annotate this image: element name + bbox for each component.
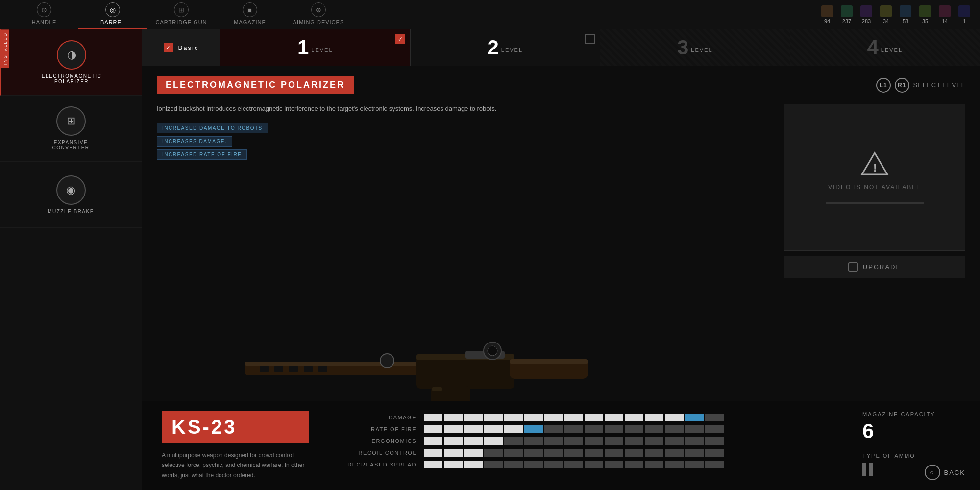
select-level-text: Select Level (913, 81, 965, 89)
svg-rect-12 (510, 359, 588, 364)
level-tab-3[interactable]: 3 Level (600, 29, 790, 66)
stat-segment (705, 461, 724, 468)
stat-segment (685, 461, 704, 468)
resource-6-icon (919, 5, 931, 17)
stat-segment (544, 461, 563, 468)
stat-row-spread: Decreased Spread (338, 461, 833, 468)
upgrade-button[interactable]: Upgrade (784, 256, 965, 278)
stat-segment (544, 414, 563, 421)
stat-segment (564, 461, 583, 468)
stat-segment (685, 425, 704, 433)
panel-header: Electromagnetic Polarizer L1 R1 Select L… (157, 76, 965, 94)
nav-aiming-devices[interactable]: ⊕ Aiming Devices (284, 0, 353, 29)
stat-segment (665, 414, 684, 421)
stat-segment (625, 449, 643, 457)
nav-magazine-label: Magazine (234, 19, 266, 25)
upgrade-icon (848, 262, 858, 272)
resource-6-value: 35 (922, 18, 928, 24)
expansive-converter-icon: ⊞ (56, 106, 86, 136)
resource-4-icon (880, 5, 892, 17)
resource-5: 58 (900, 5, 911, 24)
stat-row-recoil: Recoil Control (338, 449, 833, 457)
resource-7-icon (939, 5, 951, 17)
stat-segment (585, 461, 603, 468)
sidebar-item-muzzle-brake[interactable]: ◉ Muzzle Brake (0, 162, 142, 228)
back-button-label: Back (944, 469, 965, 476)
stat-segment (504, 461, 523, 468)
stat-segment (484, 425, 503, 433)
nav-aiming-devices-label: Aiming Devices (293, 19, 344, 25)
sidebar-item-expansive-converter[interactable]: ⊞ Expansive Converter (0, 96, 142, 162)
stat-segment (665, 449, 684, 457)
select-level-hint: L1 R1 Select Level (876, 78, 965, 93)
panel-title: Electromagnetic Polarizer (157, 76, 354, 94)
nav-handle[interactable]: ⊙ Handle (10, 0, 78, 29)
electromagnetic-polarizer-icon: ◑ (57, 40, 86, 70)
nav-cartridge-gun[interactable]: ⊞ Cartridge Gun (147, 0, 216, 29)
stat-ergo-label: Ergonomics (338, 438, 416, 444)
stat-segment (685, 449, 704, 457)
level-tab-4[interactable]: 4 Level (790, 29, 980, 66)
stat-segment (464, 461, 483, 468)
resource-5-icon (900, 5, 911, 17)
muzzle-brake-icon: ◉ (56, 175, 86, 205)
resource-3: 283 (860, 5, 872, 24)
top-navigation: ⊙ Handle ◎ Barrel ⊞ Cartridge Gun ▣ Maga… (0, 0, 980, 29)
bottom-stats-section: KS-23 A multipurpose weapon designed for… (142, 401, 980, 490)
weapon-stats-area: ★ KS-23 A multipurpose weapon designed f… (142, 288, 980, 490)
nav-magazine[interactable]: ▣ Magazine (216, 0, 284, 29)
stat-spread-bar (424, 461, 724, 468)
level-3-number: 3 (677, 37, 688, 58)
stat-segment (585, 425, 603, 433)
stat-segment (665, 425, 684, 433)
stat-damage-label: Damage (338, 415, 416, 420)
stat-segment (705, 414, 724, 421)
back-button[interactable]: ○ Back (925, 465, 965, 480)
stat-segment (705, 425, 724, 433)
tag-1: Increases Damage. (157, 136, 232, 147)
basic-check: ✓ (164, 43, 173, 52)
nav-handle-label: Handle (32, 19, 57, 25)
weapon-name-section: KS-23 A multipurpose weapon designed for… (162, 411, 309, 480)
stat-segment (605, 437, 623, 445)
stat-segment (464, 437, 483, 445)
stat-row-rate-of-fire: Rate of Fire (338, 425, 833, 433)
stat-segment (424, 437, 442, 445)
stat-segment (605, 461, 623, 468)
stat-rate-bar (424, 425, 724, 433)
nav-cartridge-gun-label: Cartridge Gun (155, 19, 207, 25)
stat-rate-label: Rate of Fire (338, 426, 416, 432)
stat-segment (484, 414, 503, 421)
stat-segment (424, 414, 442, 421)
stat-segment (625, 461, 643, 468)
aiming-devices-icon: ⊕ (311, 2, 326, 17)
svg-rect-8 (318, 366, 327, 372)
resource-8-value: 1 (963, 18, 966, 24)
basic-tab[interactable]: ✓ Basic (142, 29, 220, 66)
stat-segment (645, 414, 663, 421)
stat-recoil-bar (424, 449, 724, 457)
stat-segment (424, 449, 442, 457)
stat-row-damage: Damage (338, 414, 833, 421)
stat-segment (685, 437, 704, 445)
handle-icon: ⊙ (37, 2, 51, 17)
stat-segment (524, 461, 543, 468)
stat-segment (524, 414, 543, 421)
stat-row-ergonomics: Ergonomics (338, 437, 833, 445)
sidebar-item-electromagnetic-polarizer[interactable]: Installed ◑ Electromagnetic Polarizer (0, 29, 142, 96)
expansive-converter-label: Expansive Converter (52, 140, 89, 150)
stat-segment (585, 437, 603, 445)
tag-0: Increased Damage to Robots (157, 123, 268, 133)
nav-barrel[interactable]: ◎ Barrel (78, 0, 147, 29)
level-tab-1[interactable]: 1 Level ✓ (220, 29, 411, 66)
stat-segment (504, 425, 523, 433)
stat-segment (665, 437, 684, 445)
upgrade-label: Upgrade (863, 263, 901, 270)
stat-segment (504, 437, 523, 445)
level-tab-2[interactable]: 2 Level (411, 29, 601, 66)
sidebar: Installed ◑ Electromagnetic Polarizer ⊞ … (0, 29, 142, 490)
stat-damage-bar (424, 414, 724, 421)
stat-segment (444, 461, 463, 468)
svg-rect-6 (289, 366, 298, 372)
resource-7-value: 14 (942, 18, 948, 24)
